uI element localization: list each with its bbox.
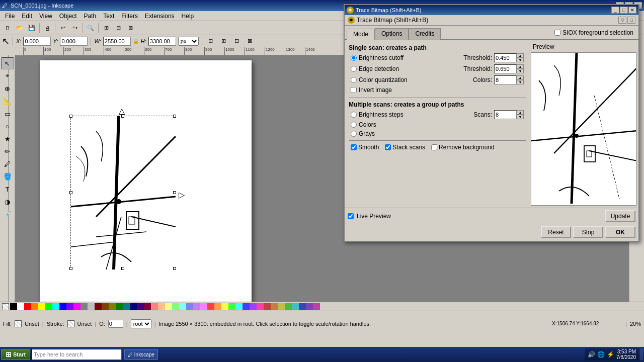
handle-bm[interactable] xyxy=(121,267,124,270)
opacity-input[interactable] xyxy=(108,320,123,328)
menu-path[interactable]: Path xyxy=(81,12,100,21)
colors-input[interactable] xyxy=(494,75,517,84)
color-chip[interactable] xyxy=(250,303,257,310)
dialog-close-button[interactable]: ✕ xyxy=(628,7,636,14)
tray-icon-2[interactable]: 🌐 xyxy=(597,351,605,358)
threshold-input-2[interactable] xyxy=(494,64,517,73)
menu-object[interactable]: Object xyxy=(56,12,80,21)
cursor-icon[interactable]: ↖ xyxy=(2,36,10,47)
y-input[interactable] xyxy=(60,37,88,46)
color-chip[interactable] xyxy=(243,303,250,310)
spin-down-3[interactable]: ▼ xyxy=(517,80,524,84)
color-chip[interactable] xyxy=(88,303,95,310)
undo-button[interactable]: ↩ xyxy=(57,23,68,34)
fill-tool[interactable]: 🪣 xyxy=(2,170,14,183)
transform-btn2[interactable]: ⊞ xyxy=(218,36,229,47)
color-chip[interactable] xyxy=(73,303,80,310)
color-chip[interactable] xyxy=(123,303,130,310)
color-chip[interactable] xyxy=(66,303,73,310)
handle-ml[interactable] xyxy=(69,191,72,194)
color-chip[interactable] xyxy=(165,303,172,310)
select-tool[interactable]: ↖ xyxy=(2,57,14,69)
color-chip[interactable] xyxy=(151,303,158,310)
stroke-swatch[interactable] xyxy=(67,320,74,327)
print-button[interactable]: 🖨 xyxy=(42,23,53,34)
spin-up-2[interactable]: ▲ xyxy=(517,64,524,69)
move-handle-right[interactable]: ▷ xyxy=(179,190,185,200)
update-button[interactable]: Update xyxy=(605,210,635,222)
smooth-checkbox[interactable] xyxy=(351,144,357,150)
menu-text[interactable]: Text xyxy=(100,12,117,21)
color-chip[interactable] xyxy=(17,303,24,310)
menu-help[interactable]: Help xyxy=(179,12,197,21)
search-input[interactable] xyxy=(31,349,122,360)
redo-button[interactable]: ↪ xyxy=(69,23,80,34)
dialog-minimize-button[interactable]: _ xyxy=(611,7,619,14)
spin-down-2[interactable]: ▼ xyxy=(517,69,524,73)
tab-mode[interactable]: Mode xyxy=(347,29,375,40)
spin-down-4[interactable]: ▼ xyxy=(517,115,524,119)
color-chip[interactable] xyxy=(292,303,299,310)
handle-br[interactable] xyxy=(173,267,176,270)
color-chip[interactable] xyxy=(313,303,320,310)
color-chip[interactable] xyxy=(45,303,52,310)
color-chip[interactable] xyxy=(285,303,292,310)
handle-mr[interactable] xyxy=(173,191,176,194)
lock-icon[interactable]: 🔒 xyxy=(133,38,139,44)
color-chip[interactable] xyxy=(207,303,214,310)
selected-image[interactable]: ▷ △ xyxy=(70,116,175,269)
color-chip[interactable] xyxy=(299,303,306,310)
layer-select[interactable]: root xyxy=(131,319,151,328)
h-input[interactable] xyxy=(148,37,176,46)
color-chip[interactable] xyxy=(179,303,186,310)
brightness-steps-radio[interactable] xyxy=(351,112,357,118)
scroll-bar[interactable] xyxy=(0,311,644,318)
menu-edit[interactable]: Edit xyxy=(19,12,35,21)
color-chip[interactable] xyxy=(24,303,31,310)
color-chip[interactable] xyxy=(221,303,228,310)
invert-checkbox[interactable] xyxy=(351,87,357,93)
scans-input[interactable] xyxy=(494,110,517,119)
new-button[interactable]: 🗋 xyxy=(2,23,13,34)
menu-view[interactable]: View xyxy=(36,12,55,21)
color-chip[interactable] xyxy=(186,303,193,310)
color-chip[interactable] xyxy=(200,303,207,310)
star-tool[interactable]: ★ xyxy=(2,133,14,145)
color-chip[interactable] xyxy=(257,303,264,310)
fill-swatch[interactable] xyxy=(15,320,22,327)
threshold-input-1[interactable] xyxy=(494,53,517,62)
transform-btn4[interactable]: ⊠ xyxy=(245,36,256,47)
handle-tr[interactable] xyxy=(173,115,176,118)
tab-options[interactable]: Options xyxy=(375,28,409,40)
taskbar-inkscape[interactable]: 🖊 Inkscape xyxy=(124,349,158,360)
spin-up-4[interactable]: ▲ xyxy=(517,110,524,115)
handle-bl[interactable] xyxy=(69,267,72,270)
color-chip[interactable] xyxy=(80,303,88,310)
color-chip[interactable] xyxy=(95,303,102,310)
move-handle-top[interactable]: △ xyxy=(119,106,125,116)
color-quant-radio[interactable] xyxy=(351,77,357,83)
dropper-tool[interactable]: 💉 xyxy=(2,208,14,220)
grays-radio[interactable] xyxy=(351,131,357,137)
color-chip[interactable] xyxy=(306,303,313,310)
brightness-cutoff-radio[interactable] xyxy=(351,55,357,61)
color-chip[interactable] xyxy=(59,303,66,310)
spin-up-1[interactable]: ▲ xyxy=(517,53,524,58)
ok-button[interactable]: OK xyxy=(605,226,635,238)
reset-button[interactable]: Reset xyxy=(541,226,571,238)
measure-tool[interactable]: 📐 xyxy=(2,95,14,107)
ellipse-tool[interactable]: ○ xyxy=(2,120,14,132)
remove-bg-checkbox[interactable] xyxy=(431,144,437,150)
color-chip[interactable] xyxy=(109,303,116,310)
inner-dialog-btn2[interactable]: □ xyxy=(627,17,635,24)
tab-credits[interactable]: Credits xyxy=(409,28,441,40)
color-chip[interactable] xyxy=(235,303,243,310)
stack-scans-checkbox[interactable] xyxy=(385,144,391,150)
save-button[interactable]: 💾 xyxy=(26,23,37,34)
live-preview-checkbox[interactable] xyxy=(348,213,354,219)
color-chip[interactable] xyxy=(102,303,109,310)
color-chip[interactable] xyxy=(144,303,151,310)
dialog-maximize-button[interactable]: □ xyxy=(620,7,628,14)
align-left-button[interactable]: ⊞ xyxy=(101,23,112,34)
zoom-in-button[interactable]: 🔍 xyxy=(85,23,96,34)
